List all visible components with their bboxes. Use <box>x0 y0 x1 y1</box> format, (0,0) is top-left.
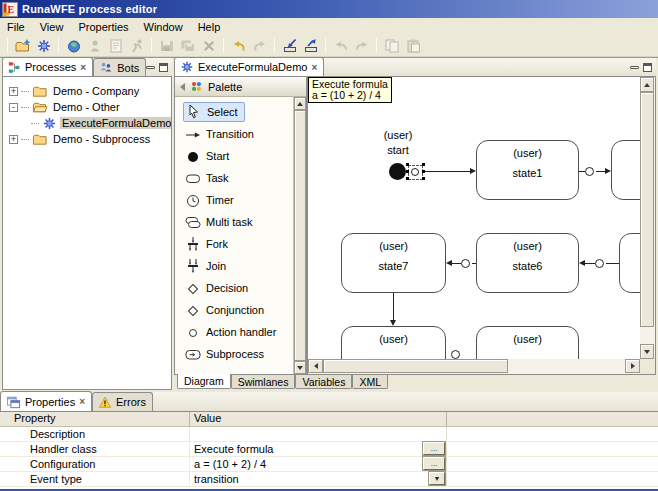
canvas-vertical-scrollbar[interactable] <box>640 77 655 359</box>
node-state6[interactable]: (user) state6 <box>476 233 579 293</box>
node-bottom-left[interactable]: (user) <box>341 326 446 359</box>
palette-item-action-handler[interactable]: Action handler <box>183 321 293 343</box>
redo-icon[interactable] <box>249 36 270 55</box>
run-icon[interactable] <box>126 36 147 55</box>
selection-handle[interactable] <box>406 163 409 166</box>
palette-collapse-icon[interactable] <box>180 83 185 91</box>
menu-window[interactable]: Window <box>144 21 183 33</box>
tree-item-demo-subprocess[interactable]: + Demo - Subprocess <box>3 131 171 147</box>
user-icon[interactable] <box>84 36 105 55</box>
scroll-down-button[interactable] <box>640 344 654 359</box>
scroll-left-button[interactable] <box>308 359 323 373</box>
action-handler-node[interactable] <box>461 259 470 268</box>
action-handler-node[interactable] <box>451 350 460 359</box>
configuration-browse-button[interactable]: ... <box>423 457 445 470</box>
tab-processes[interactable]: Processes × <box>2 57 93 76</box>
palette-item-transition[interactable]: Transition <box>183 123 293 145</box>
event-type-dropdown-button[interactable]: ▼ <box>429 472 445 485</box>
tab-swimlanes[interactable]: Swimlanes <box>231 375 296 389</box>
close-icon[interactable]: × <box>79 397 85 406</box>
palette-header[interactable]: Palette <box>175 77 306 97</box>
import-icon[interactable] <box>279 36 300 55</box>
delete-icon[interactable] <box>198 36 219 55</box>
node-state7[interactable]: (user) state7 <box>341 233 446 293</box>
handler-class-browse-button[interactable]: ... <box>423 442 445 455</box>
transition-line[interactable] <box>606 263 619 264</box>
palette-item-select[interactable]: Select <box>183 102 245 122</box>
bot-station-icon[interactable] <box>63 36 84 55</box>
palette-item-subprocess[interactable]: Subprocess <box>183 343 293 365</box>
transition-line[interactable] <box>585 263 595 264</box>
scroll-right-button[interactable] <box>625 359 640 373</box>
tab-variables[interactable]: Variables <box>295 375 352 389</box>
node-bottom-right[interactable]: (user) <box>476 326 579 359</box>
tree-item-demo-other[interactable]: - Demo - Other <box>3 99 171 115</box>
minimize-icon[interactable] <box>146 66 155 69</box>
save-all-icon[interactable] <box>177 36 198 55</box>
node-state1[interactable]: (user) state1 <box>476 140 579 200</box>
forward-icon[interactable] <box>351 36 372 55</box>
scroll-up-button[interactable] <box>294 97 306 110</box>
menu-file[interactable]: File <box>7 21 25 33</box>
palette-scrollbar[interactable] <box>293 97 306 374</box>
close-icon[interactable]: × <box>311 63 317 72</box>
export-icon[interactable] <box>300 36 321 55</box>
back-icon[interactable] <box>330 36 351 55</box>
copy-icon[interactable] <box>381 36 402 55</box>
palette-item-fork[interactable]: Fork <box>183 233 293 255</box>
new-folder-icon[interactable] <box>12 36 33 55</box>
property-value[interactable]: Execute formula <box>194 443 273 455</box>
minimize-icon[interactable] <box>630 66 639 69</box>
palette-item-task[interactable]: Task <box>183 167 293 189</box>
palette-item-timer[interactable]: Timer <box>183 189 293 211</box>
maximize-icon[interactable] <box>643 63 652 72</box>
node-partial-right-top[interactable] <box>611 140 640 200</box>
property-row-handler-class[interactable]: Handler class Execute formula ... <box>0 442 658 457</box>
palette-item-join[interactable]: Join <box>183 255 293 277</box>
action-handler-node-selected[interactable] <box>411 168 419 176</box>
maximize-icon[interactable] <box>159 63 168 72</box>
close-icon[interactable]: × <box>80 63 86 72</box>
property-value[interactable]: a = (10 + 2) / 4 <box>194 458 266 470</box>
menu-properties[interactable]: Properties <box>78 21 128 33</box>
property-row-description[interactable]: Description <box>0 427 658 442</box>
property-value[interactable]: transition <box>194 473 239 485</box>
tab-diagram[interactable]: Diagram <box>177 374 231 389</box>
start-node[interactable] <box>389 163 406 180</box>
scroll-up-button[interactable] <box>640 77 654 92</box>
node-partial-right-middle[interactable] <box>619 233 640 293</box>
tab-errors[interactable]: Errors <box>92 392 153 411</box>
property-row-event-type[interactable]: Event type transition ▼ <box>0 472 658 487</box>
scrollbar-thumb[interactable] <box>323 359 508 373</box>
palette-item-multi-task[interactable]: Multi task <box>183 211 293 233</box>
property-row-configuration[interactable]: Configuration a = (10 + 2) / 4 ... <box>0 457 658 472</box>
save-icon[interactable] <box>156 36 177 55</box>
palette-item-start[interactable]: Start <box>183 145 293 167</box>
selection-handle[interactable] <box>406 177 409 180</box>
palette-item-conjunction[interactable]: Conjunction <box>183 299 293 321</box>
menu-view[interactable]: View <box>40 21 64 33</box>
expand-icon[interactable]: + <box>9 87 18 96</box>
tree-item-executeformulademo[interactable]: ExecuteFormulaDemo <box>3 115 171 131</box>
scrollbar-thumb[interactable] <box>640 92 654 327</box>
tab-properties[interactable]: Properties × <box>0 391 92 411</box>
canvas-horizontal-scrollbar[interactable] <box>308 359 640 374</box>
selection-handle[interactable] <box>422 177 425 180</box>
new-process-icon[interactable] <box>33 36 54 55</box>
action-handler-node[interactable] <box>595 259 604 268</box>
tab-executeformulademo-editor[interactable]: ExecuteFormulaDemo × <box>174 57 324 76</box>
expand-icon[interactable]: + <box>9 135 18 144</box>
tab-bots[interactable]: Bots <box>93 58 146 76</box>
transition-line[interactable] <box>425 171 470 172</box>
collapse-icon[interactable]: - <box>9 103 18 112</box>
undo-icon[interactable] <box>228 36 249 55</box>
scrollbar-thumb[interactable] <box>294 110 306 361</box>
transition-line[interactable] <box>393 293 394 321</box>
transition-line[interactable] <box>472 263 476 264</box>
form-icon[interactable] <box>105 36 126 55</box>
tree-item-demo-company[interactable]: + Demo - Company <box>3 83 171 99</box>
action-handler-node[interactable] <box>585 167 594 176</box>
tab-xml[interactable]: XML <box>352 375 388 389</box>
transition-line[interactable] <box>452 263 461 264</box>
palette-item-decision[interactable]: Decision <box>183 277 293 299</box>
